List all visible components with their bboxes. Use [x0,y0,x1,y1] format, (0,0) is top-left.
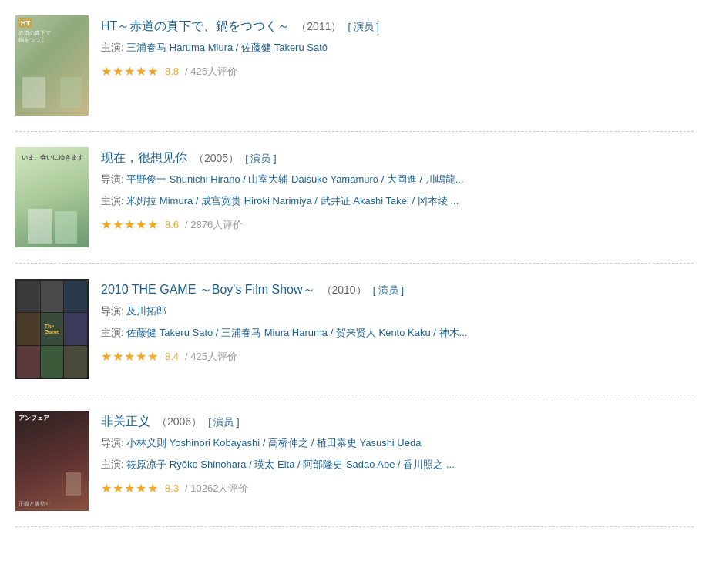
movie-title[interactable]: 非关正义 [101,414,150,430]
rating-count: / 2876人评价 [185,218,243,232]
movie-year: （2011） [296,20,341,34]
movie-cast: 主演: 米姆拉 Mimura / 成宫宽贵 Hiroki Narimiya / … [101,193,694,210]
movie-info: 2010 THE GAME ～Boy's Film Show～ （2010） [… [101,279,694,379]
movie-tag: [ 演员 ] [373,284,404,297]
movie-director: 导演: 及川拓郎 [101,303,694,320]
movie-director: 导演: 平野俊一 Shunichi Hirano / 山室大辅 Daisuke … [101,171,694,188]
movie-year: （2010） [321,284,367,297]
movie-year: （2005） [193,152,239,166]
rating-value: 8.8 [165,66,179,77]
movie-poster: HT 赤道の真下で鍋をつつく [15,15,89,116]
movie-list: HT 赤道の真下で鍋をつつく HT～赤道の真下で、鍋をつつく～ （2011） [… [0,0,709,527]
stars-row: ★★★★★ 8.6 / 2876人评价 [101,217,694,232]
movie-poster: アンフェア 正義と裏切り [15,411,89,511]
rating-count: / 10262人评价 [185,482,248,496]
movie-cast: 主演: 筱原凉子 Ryôko Shinohara / 瑛太 Eita / 阿部隆… [101,456,694,473]
movie-director: 导演: 小林义则 Yoshinori Kobayashi / 高桥伸之 / 植田… [101,435,694,452]
star-rating: ★★★★★ [101,217,159,232]
star-rating: ★★★★★ [101,481,159,496]
movie-title-row: 现在，很想见你 （2005） [ 演员 ] [101,150,694,166]
rating-count: / 426人评价 [185,65,237,79]
movie-tag: [ 演员 ] [245,152,276,166]
movie-item: HT 赤道の真下で鍋をつつく HT～赤道の真下で、鍋をつつく～ （2011） [… [15,0,694,132]
movie-year: （2006） [156,415,202,429]
stars-row: ★★★★★ 8.3 / 10262人评价 [101,481,694,496]
movie-tag: [ 演员 ] [208,415,239,429]
star-rating: ★★★★★ [101,64,159,79]
movie-item: TheGame 2010 THE GAME ～Boy's Film Show～ … [15,264,694,395]
movie-title[interactable]: HT～赤道の真下で、鍋をつつく～ [101,18,290,35]
rating-value: 8.4 [165,351,179,362]
movie-item: いま、会いにゆきます 现在，很想见你 （2005） [ 演员 ] 导演: 平野俊… [15,132,694,264]
movie-title-row: HT～赤道の真下で、鍋をつつく～ （2011） [ 演员 ] [101,18,694,35]
movie-info: 现在，很想见你 （2005） [ 演员 ] 导演: 平野俊一 Shunichi … [101,147,694,247]
movie-poster: TheGame [15,279,89,379]
movie-cast: 主演: 佐藤健 Takeru Sato / 三浦春马 Miura Haruma … [101,324,694,341]
movie-tag: [ 演员 ] [348,20,378,34]
movie-cast: 主演: 三浦春马 Haruma Miura / 佐藤健 Takeru Satô [101,39,694,56]
movie-title-row: 非关正义 （2006） [ 演员 ] [101,414,694,430]
movie-title[interactable]: 2010 THE GAME ～Boy's Film Show～ [101,282,315,298]
movie-item: アンフェア 正義と裏切り 非关正义 （2006） [ 演员 ] 导演: 小林义则… [15,395,694,527]
rating-value: 8.6 [165,219,179,230]
rating-value: 8.3 [165,482,179,494]
star-rating: ★★★★★ [101,349,159,364]
movie-poster: いま、会いにゆきます [15,147,89,247]
movie-title-row: 2010 THE GAME ～Boy's Film Show～ （2010） [… [101,282,694,298]
stars-row: ★★★★★ 8.4 / 425人评价 [101,349,694,364]
stars-row: ★★★★★ 8.8 / 426人评价 [101,64,694,79]
movie-info: 非关正义 （2006） [ 演员 ] 导演: 小林义则 Yoshinori Ko… [101,411,694,511]
movie-info: HT～赤道の真下で、鍋をつつく～ （2011） [ 演员 ] 主演: 三浦春马 … [101,15,694,116]
movie-title[interactable]: 现在，很想见你 [101,150,187,166]
rating-count: / 425人评价 [185,350,237,364]
